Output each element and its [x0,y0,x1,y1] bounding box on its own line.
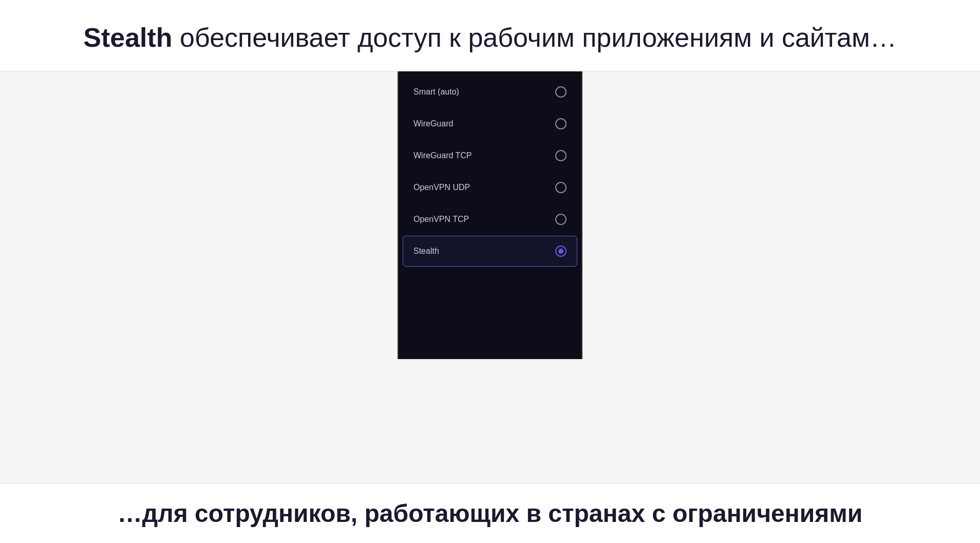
header-text: Stealth обеспечивает доступ к рабочим пр… [41,21,939,55]
radio-button[interactable] [555,150,567,161]
header-regular-text: обеспечивает доступ к рабочим приложения… [173,23,897,52]
header-bold-word: Stealth [83,23,172,52]
protocol-label: WireGuard TCP [413,151,472,160]
protocol-label: Stealth [413,247,439,256]
radio-button[interactable] [555,214,567,225]
header-section: Stealth обеспечивает доступ к рабочим пр… [0,0,980,71]
footer-text: …для сотрудников, работающих в странах с… [41,499,939,528]
protocol-item-wireguard-tcp[interactable]: WireGuard TCP [403,140,577,171]
protocol-label: Smart (auto) [413,87,459,97]
protocol-label: OpenVPN TCP [413,215,469,224]
protocol-item-smart-auto[interactable]: Smart (auto) [403,77,577,107]
radio-button[interactable] [555,86,567,98]
radio-button[interactable] [555,246,567,257]
protocol-label: WireGuard [413,119,453,128]
middle-section: Smart (auto)WireGuardWireGuard TCPOpenVP… [0,71,980,483]
footer-section: …для сотрудников, работающих в странах с… [0,483,980,543]
protocol-item-openvpn-udp[interactable]: OpenVPN UDP [403,172,577,203]
protocol-item-stealth[interactable]: Stealth [403,236,577,267]
protocol-item-wireguard[interactable]: WireGuard [403,108,577,139]
phone-mockup: Smart (auto)WireGuardWireGuard TCPOpenVP… [398,71,582,359]
protocol-label: OpenVPN UDP [413,183,470,192]
protocol-list: Smart (auto)WireGuardWireGuard TCPOpenVP… [399,71,581,272]
radio-button[interactable] [555,182,567,193]
radio-button[interactable] [555,118,567,129]
protocol-item-openvpn-tcp[interactable]: OpenVPN TCP [403,204,577,235]
